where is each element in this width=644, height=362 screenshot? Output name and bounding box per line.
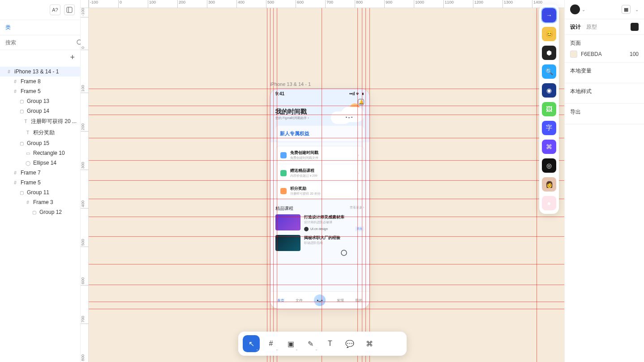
tool-dev[interactable] [381, 335, 402, 352]
layer-item[interactable]: #Frame 3 [0, 197, 80, 207]
tool-move[interactable]: ↖⌄ [243, 335, 260, 352]
tabbar: 首页文件•ᴗ•发现我的 [270, 291, 369, 309]
panel-toggle-icon[interactable] [64, 4, 75, 15]
plugin-icon[interactable]: → [542, 8, 556, 22]
bell-icon: 🔔 [358, 99, 364, 105]
tab-prototype[interactable]: 原型 [586, 23, 597, 31]
plugin-icon[interactable]: 字 [542, 121, 556, 135]
benefit-card: 积分奖励注册即可获得 20 积分› [276, 182, 364, 200]
layer-item[interactable]: ▢Group 15 [0, 138, 80, 148]
page-color-hex[interactable]: F6EBDA [581, 51, 626, 57]
canvas[interactable]: -100010020030040050060070080090010001100… [81, 0, 564, 362]
plugin-icon[interactable]: ● [542, 196, 556, 210]
layer-item[interactable]: ▢Group 14 [0, 106, 80, 116]
frame-label[interactable]: iPhone 13 & 14 - 1 [270, 81, 311, 87]
share-chevron-icon[interactable]: ⌄ [635, 7, 639, 12]
tool-frame[interactable]: #⌄ [262, 335, 279, 352]
layer-item[interactable]: T注册即可获得 20 ... [0, 116, 80, 127]
avatar[interactable] [570, 4, 580, 14]
svg-rect-0 [67, 7, 72, 13]
layer-item[interactable]: #Frame 5 [0, 86, 80, 96]
share-icon[interactable]: ▦ [622, 5, 631, 14]
plugin-icon[interactable]: 🔍 [542, 64, 556, 79]
layer-item[interactable]: #Frame 8 [0, 77, 80, 86]
tool-plugins[interactable]: ⌘ [361, 335, 378, 352]
tab-design[interactable]: 设计 [570, 23, 581, 31]
view-grid-icon[interactable] [631, 23, 639, 31]
plugin-icon[interactable]: ◉ [542, 83, 556, 98]
fab-button: •ᴗ• [314, 294, 326, 306]
layer-item[interactable]: #Frame 7 [0, 168, 80, 178]
plugin-bar: →😊⬢🔍◉🖼字⌘◎👩● [539, 4, 559, 214]
ruler-corner [81, 0, 89, 8]
a7-icon[interactable]: A? [50, 4, 60, 15]
page-color-swatch[interactable] [570, 51, 577, 58]
section-title: 精品课程 [275, 205, 293, 212]
page-color-opacity[interactable]: 100 [630, 51, 639, 57]
hero-illustration: • ᴗ • [328, 105, 364, 128]
plugin-icon[interactable]: 👩 [542, 177, 556, 192]
avatar-chevron-icon[interactable]: ⌄ [582, 7, 585, 12]
page-section-label: 页面 [570, 39, 639, 47]
left-panel: A? 类 + #iPhone 13 & 14 - 1#Frame 8#Frame… [0, 0, 81, 362]
status-bar: 9:41 ••ıl ᯤ ▮ [270, 89, 369, 99]
layer-item[interactable]: #Frame 5 [0, 178, 80, 187]
layer-item[interactable]: ▭Rectangle 10 [0, 148, 80, 158]
benefit-card: 免费创建时间戳免费创建时间戳文件› [276, 146, 364, 164]
benefit-cards: 免费创建时间戳免费创建时间戳文件›赠送精品课程内容价值超过￥299›积分奖励注册… [275, 146, 364, 200]
course-list: 打造设计师灵感素材库设计师的进阶必修课UI.cn design限免揭秘求职大厂的… [270, 213, 369, 253]
layer-item[interactable]: ◯Ellipse 14 [0, 158, 80, 168]
layer-item[interactable]: ▢Group 12 [0, 207, 80, 217]
left-tab[interactable]: 类 [0, 20, 80, 35]
plugin-icon[interactable]: ⬢ [542, 46, 556, 60]
local-styles-label[interactable]: 本地样式 [570, 88, 639, 95]
plugin-icon[interactable]: 😊 [542, 27, 556, 41]
canvas-inner[interactable]: iPhone 13 & 14 - 1 9:41 ••ıl ᯤ ▮ 🔔 我的时间戳… [89, 8, 564, 362]
tool-comment[interactable]: 💬 [341, 335, 358, 352]
export-label[interactable]: 导出 [570, 108, 639, 116]
layer-item[interactable]: ▢Group 11 [0, 187, 80, 197]
add-page-icon[interactable]: + [70, 53, 75, 62]
bottom-toolbar: ↖⌄#⌄▣⌄✎⌄T💬⌘ [238, 332, 407, 356]
local-vars-label[interactable]: 本地变量 [570, 67, 639, 75]
plugin-icon[interactable]: ◎ [542, 158, 556, 173]
tool-pen[interactable]: ✎⌄ [302, 335, 319, 352]
plugin-icon[interactable]: ⌘ [542, 140, 556, 154]
benefit-card: 赠送精品课程内容价值超过￥299› [276, 164, 364, 182]
right-panel: ⌄ ▦ ⌄ 设计 原型 页面 F6EBDA 100 本地变量 本地样式 导出 [564, 0, 644, 362]
layer-item[interactable]: T积分奖励 [0, 127, 80, 138]
search-input[interactable] [5, 39, 73, 46]
plugin-icon[interactable]: 🖼 [542, 102, 556, 116]
tool-text[interactable]: T [322, 335, 339, 352]
ruler-horizontal: -100010020030040050060070080090010001100… [89, 0, 564, 8]
ruler-vertical: -1000100200300400500600700800 [81, 8, 89, 362]
layers-list: #iPhone 13 & 14 - 1#Frame 8#Frame 5▢Grou… [0, 65, 80, 362]
course-item: 打造设计师灵感素材库设计师的进阶必修课UI.cn design限免 [270, 213, 369, 233]
tool-image[interactable]: ▣⌄ [282, 335, 299, 352]
layer-item[interactable]: ▢Group 13 [0, 96, 80, 106]
layer-item[interactable]: #iPhone 13 & 14 - 1 [0, 67, 80, 77]
